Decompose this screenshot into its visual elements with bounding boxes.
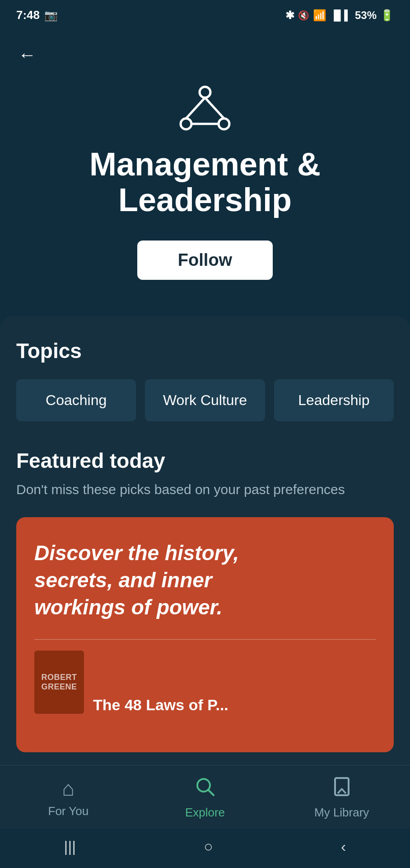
featured-section-title: Featured today xyxy=(16,448,394,473)
topic-chip-work-culture[interactable]: Work Culture xyxy=(145,379,265,421)
android-menu-btn[interactable]: ||| xyxy=(64,838,76,855)
category-icon xyxy=(178,83,232,133)
explore-icon xyxy=(195,776,215,802)
home-icon: ⌂ xyxy=(62,776,75,801)
status-left: 7:48 📷 xyxy=(16,8,58,22)
svg-line-4 xyxy=(205,98,224,118)
android-back-btn[interactable]: ‹ xyxy=(341,838,346,855)
featured-book: ROBERT GREENE The 48 Laws of P... xyxy=(34,651,376,714)
wifi-icon: 📶 xyxy=(313,9,326,22)
svg-line-3 xyxy=(186,98,205,118)
battery-icon: 🔋 xyxy=(380,9,394,22)
svg-rect-8 xyxy=(335,778,349,795)
nav-my-library[interactable]: My Library xyxy=(273,776,410,820)
back-button[interactable]: ← xyxy=(18,40,36,70)
svg-point-1 xyxy=(181,118,191,129)
follow-button[interactable]: Follow xyxy=(137,241,273,280)
nav-for-you-label: For You xyxy=(48,804,89,818)
main-content: Topics Coaching Work Culture Leadership … xyxy=(0,316,410,765)
battery-level: 53% xyxy=(355,9,377,22)
library-icon xyxy=(331,776,352,802)
bottom-nav: ⌂ For You Explore My Library xyxy=(0,765,410,829)
bluetooth-icon: ✱ xyxy=(285,9,294,22)
camera-icon: 📷 xyxy=(44,9,58,22)
category-title: Management &Leadership xyxy=(89,146,321,218)
topics-section-title: Topics xyxy=(16,339,394,363)
nav-for-you[interactable]: ⌂ For You xyxy=(0,776,137,820)
hero-section: ← Management &Leadership Follow xyxy=(0,27,410,316)
nav-explore-label: Explore xyxy=(185,806,225,820)
topic-chip-coaching[interactable]: Coaching xyxy=(16,379,136,421)
book-thumbnail: ROBERT GREENE xyxy=(34,651,84,714)
topic-chip-leadership[interactable]: Leadership xyxy=(274,379,394,421)
svg-point-0 xyxy=(200,87,210,98)
featured-divider xyxy=(34,639,376,640)
book-title-partial: The 48 Laws of P... xyxy=(93,696,228,714)
mute-icon: 🔇 xyxy=(298,10,309,21)
featured-card-text: Discover the history, secrets, and inner… xyxy=(34,540,308,621)
svg-point-2 xyxy=(219,118,229,129)
status-bar: 7:48 📷 ✱ 🔇 📶 ▐▌▌ 53% 🔋 xyxy=(0,0,410,27)
nav-library-label: My Library xyxy=(314,806,369,820)
android-home-btn[interactable]: ○ xyxy=(204,838,213,855)
book-author: ROBERT GREENE xyxy=(34,669,84,695)
status-time: 7:48 xyxy=(16,8,40,22)
status-icons: ✱ 🔇 📶 ▐▌▌ 53% 🔋 xyxy=(285,9,394,22)
signal-icon: ▐▌▌ xyxy=(330,9,351,21)
topics-grid: Coaching Work Culture Leadership xyxy=(16,379,394,421)
featured-card[interactable]: Discover the history, secrets, and inner… xyxy=(16,517,394,752)
android-nav: ||| ○ ‹ xyxy=(0,829,410,868)
nav-explore[interactable]: Explore xyxy=(137,776,274,820)
svg-line-7 xyxy=(208,790,214,795)
featured-subtitle: Don't miss these picks based on your pas… xyxy=(16,480,394,499)
